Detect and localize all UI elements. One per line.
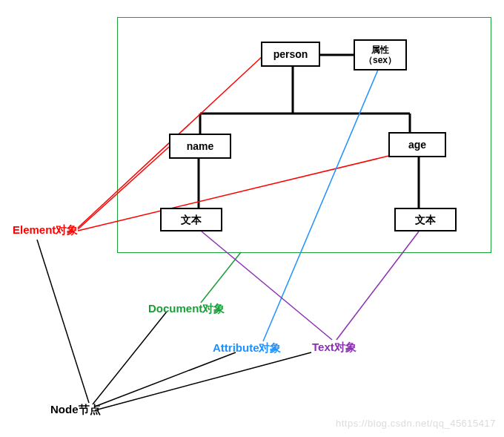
node-age: age xyxy=(388,132,446,157)
node-name: name xyxy=(169,134,231,159)
svg-line-14 xyxy=(37,240,89,403)
label-element: Element对象 xyxy=(13,223,78,237)
node-person: person xyxy=(261,42,320,67)
node-label: age xyxy=(408,139,426,151)
label-attribute: Attribute对象 xyxy=(213,341,282,355)
node-label: person xyxy=(273,48,308,61)
svg-line-13 xyxy=(336,231,419,340)
svg-line-15 xyxy=(93,312,167,404)
svg-line-16 xyxy=(95,352,236,407)
svg-line-9 xyxy=(78,156,389,231)
svg-line-12 xyxy=(202,231,332,340)
label-text: Text对象 xyxy=(312,341,357,355)
node-label: 属性 （sex） xyxy=(364,45,397,66)
svg-line-11 xyxy=(263,70,378,341)
node-label: name xyxy=(187,140,214,153)
watermark: https://blog.csdn.net/qq_45615417 xyxy=(336,418,496,429)
node-text-right: 文本 xyxy=(394,208,457,231)
node-attr: 属性 （sex） xyxy=(354,39,407,70)
svg-line-8 xyxy=(78,147,169,229)
diagram-canvas: person 属性 （sex） name age 文本 文本 Element对象… xyxy=(0,0,504,437)
node-label: 文本 xyxy=(181,214,202,226)
label-node: Node节点 xyxy=(50,403,101,417)
node-label: 文本 xyxy=(415,214,436,226)
node-text-left: 文本 xyxy=(160,208,222,231)
label-document: Document对象 xyxy=(148,302,225,316)
